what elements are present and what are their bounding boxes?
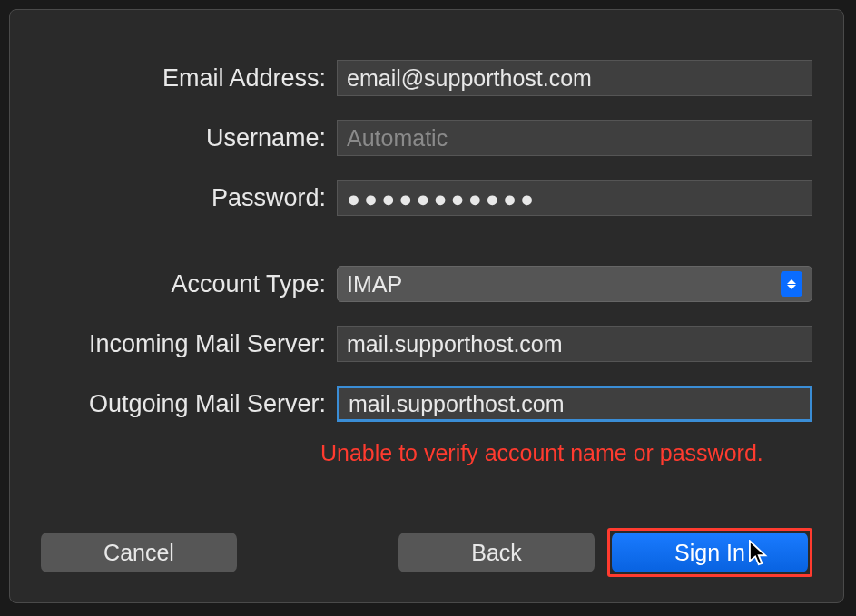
dialog-buttons: Cancel Back Sign In [10, 528, 843, 577]
sign-in-button[interactable]: Sign In [612, 533, 808, 572]
mail-account-dialog: Email Address: Username: Password: ●●●●●… [9, 9, 844, 603]
incoming-server-label: Incoming Mail Server: [37, 330, 337, 358]
account-type-label: Account Type: [37, 270, 337, 298]
username-label: Username: [37, 124, 337, 152]
email-label: Email Address: [37, 64, 337, 93]
username-row: Username: [37, 120, 816, 156]
signin-highlight: Sign In [607, 528, 812, 577]
password-field[interactable]: ●●●●●●●●●●● [337, 180, 812, 216]
chevron-up-down-icon [781, 271, 802, 297]
email-field[interactable] [337, 60, 812, 96]
cancel-button[interactable]: Cancel [41, 533, 237, 572]
email-row: Email Address: [37, 60, 816, 96]
incoming-server-field[interactable] [337, 326, 812, 362]
outgoing-server-label: Outgoing Mail Server: [37, 390, 337, 418]
username-field[interactable] [337, 120, 812, 156]
outgoing-server-row: Outgoing Mail Server: [37, 386, 816, 422]
credentials-section: Email Address: Username: Password: ●●●●●… [10, 60, 843, 216]
back-button[interactable]: Back [398, 533, 595, 572]
error-message: Unable to verify account name or passwor… [320, 440, 843, 466]
account-type-select[interactable]: IMAP [337, 266, 812, 302]
account-type-row: Account Type: IMAP [37, 266, 816, 302]
incoming-server-row: Incoming Mail Server: [37, 326, 816, 362]
password-label: Password: [37, 184, 337, 212]
account-type-value: IMAP [347, 271, 402, 298]
password-row: Password: ●●●●●●●●●●● [37, 180, 816, 216]
section-divider [10, 240, 843, 240]
outgoing-server-field[interactable] [337, 386, 812, 422]
server-section: Account Type: IMAP Incoming Mail Server:… [10, 266, 843, 422]
